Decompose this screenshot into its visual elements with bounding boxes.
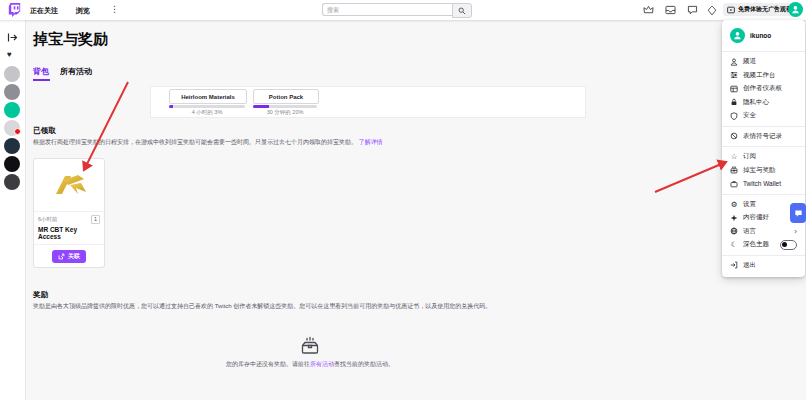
search-button[interactable] bbox=[452, 3, 472, 18]
sidebar-channel-avatar[interactable] bbox=[4, 84, 20, 100]
divider bbox=[722, 51, 805, 52]
twitch-logo-icon[interactable] bbox=[8, 3, 21, 17]
gold-game-logo-icon bbox=[48, 172, 90, 198]
menu-item-logout[interactable]: 退出 bbox=[722, 259, 805, 273]
sidebar-channel-avatar[interactable] bbox=[4, 138, 20, 154]
annotation-arrow-right bbox=[655, 162, 726, 192]
menu-item-channel[interactable]: 频道 bbox=[722, 55, 805, 69]
drop-progress-bar bbox=[169, 105, 245, 108]
search-input[interactable] bbox=[322, 3, 452, 16]
more-menu-icon[interactable]: ⋮ bbox=[110, 4, 119, 14]
user-avatar[interactable] bbox=[788, 2, 803, 17]
drop-progress-caption: 30 分钟的 20% bbox=[253, 109, 317, 116]
claimed-item-card[interactable]: 6小时前 1 MR CBT Key Access 关联 bbox=[33, 158, 105, 268]
item-title: MR CBT Key Access bbox=[34, 224, 104, 245]
drops-progress-panel: Heirloom Materials 4 小时的 3% Potion Pack … bbox=[150, 86, 586, 118]
all-campaigns-link[interactable]: 所有活动 bbox=[310, 361, 334, 367]
sidebar-channel-avatar[interactable] bbox=[4, 156, 20, 172]
turbo-trial-button[interactable]: 免费体验无广告观看 bbox=[723, 3, 796, 16]
menu-item-studio[interactable]: 视频工作台 bbox=[722, 69, 805, 83]
menu-item-label: 安全 bbox=[743, 111, 756, 120]
menu-item-label: 创作者仪表板 bbox=[743, 84, 782, 93]
menu-item-label: 设置 bbox=[743, 200, 756, 209]
dashboard-icon bbox=[730, 85, 738, 93]
menu-item-subscriptions[interactable]: ☆ 订阅 bbox=[722, 150, 805, 164]
bits-icon[interactable] bbox=[706, 4, 718, 16]
chat-widget-icon bbox=[794, 209, 803, 218]
top-navbar: 正在关注 浏览 ⋮ 免费体验无广告观看 bbox=[0, 0, 806, 20]
menu-username: ikunoo bbox=[750, 32, 771, 39]
menu-item-dark-theme[interactable]: ☾ 深色主题 bbox=[722, 238, 805, 252]
item-image bbox=[34, 159, 104, 212]
play-video-icon bbox=[727, 6, 735, 14]
live-indicator bbox=[14, 128, 21, 135]
menu-user-header[interactable]: ikunoo bbox=[722, 25, 805, 48]
nav-browse[interactable]: 浏览 bbox=[76, 6, 90, 16]
sidebar-channel-avatar[interactable] bbox=[4, 120, 20, 136]
sparkle-icon bbox=[730, 214, 738, 222]
menu-item-language[interactable]: 语言 › bbox=[722, 225, 805, 239]
drop-progress-fill bbox=[169, 105, 173, 108]
empty-state-text: 您的库存中还没有奖励。请前往所有活动查找当前的奖励活动。 bbox=[110, 360, 510, 369]
menu-item-label: 内容偏好 bbox=[743, 213, 769, 222]
connect-button[interactable]: 关联 bbox=[52, 250, 86, 263]
dark-theme-toggle[interactable] bbox=[780, 240, 797, 250]
inbox-icon[interactable] bbox=[664, 4, 676, 16]
sliders-icon bbox=[730, 71, 738, 79]
gear-icon: ⚙ bbox=[730, 200, 738, 209]
drop-campaign-chip[interactable]: Heirloom Materials bbox=[169, 89, 247, 104]
rewards-empty-state: 您的库存中还没有奖励。请前往所有活动查找当前的奖励活动。 bbox=[110, 336, 510, 369]
rewards-description: 奖励是由各大顶级品牌提供的限时优惠，您可以通过支持自己喜欢的 Twitch 创作… bbox=[33, 302, 513, 310]
annotation-arrow-left bbox=[84, 82, 128, 170]
claimed-description: 根据发行商处理掉宝奖励的日程安排，在游戏中收到掉宝奖励可能会需要一些时间。只显示… bbox=[33, 138, 473, 146]
external-link-icon bbox=[58, 253, 65, 260]
menu-item-emote-history[interactable]: 表情符号记录 bbox=[722, 130, 805, 144]
nav-following[interactable]: 正在关注 bbox=[30, 6, 58, 16]
empty-text-after: 查找当前的奖励活动。 bbox=[334, 361, 394, 367]
tab-inventory[interactable]: 背包 bbox=[33, 66, 49, 77]
person-icon bbox=[730, 58, 738, 66]
moon-icon: ☾ bbox=[730, 240, 738, 249]
menu-item-drops-rewards[interactable]: 掉宝与奖励 bbox=[722, 164, 805, 178]
menu-item-creator-dashboard[interactable]: 创作者仪表板 bbox=[722, 82, 805, 96]
divider bbox=[722, 126, 805, 127]
menu-item-privacy-center[interactable]: 隐私中心 bbox=[722, 96, 805, 110]
item-claimed-time: 6小时前 bbox=[38, 216, 58, 223]
connect-button-label: 关联 bbox=[68, 252, 80, 261]
item-count-badge: 1 bbox=[91, 215, 100, 224]
menu-item-label: 掉宝与奖励 bbox=[743, 166, 776, 175]
empty-text-before: 您的库存中还没有奖励。请前往 bbox=[226, 361, 310, 367]
star-icon: ☆ bbox=[730, 152, 738, 161]
sidebar-channel-avatar[interactable] bbox=[4, 66, 20, 82]
tab-all-campaigns[interactable]: 所有活动 bbox=[60, 66, 92, 77]
menu-item-label: 退出 bbox=[743, 261, 756, 270]
drop-campaign-chip[interactable]: Potion Pack bbox=[253, 89, 319, 104]
heart-icon: ♥ bbox=[7, 50, 18, 61]
expand-sidebar-icon[interactable] bbox=[7, 32, 18, 43]
menu-item-label: 订阅 bbox=[743, 152, 756, 161]
claimed-heading: 已领取 bbox=[33, 126, 56, 136]
search-bar bbox=[322, 3, 472, 16]
menu-item-label: 语言 bbox=[743, 227, 756, 236]
menu-avatar bbox=[730, 28, 745, 43]
menu-item-label: Twitch Wallet bbox=[743, 180, 781, 187]
lock-icon bbox=[730, 98, 738, 106]
menu-item-security[interactable]: 安全 bbox=[722, 109, 805, 123]
menu-item-label: 视频工作台 bbox=[743, 71, 776, 80]
drop-progress-fill bbox=[253, 105, 269, 108]
whispers-icon[interactable] bbox=[686, 4, 698, 16]
person-icon bbox=[733, 31, 742, 40]
sidebar-channel-avatar[interactable] bbox=[4, 102, 20, 118]
claimed-description-text: 根据发行商处理掉宝奖励的日程安排，在游戏中收到掉宝奖励可能会需要一些时间。只显示… bbox=[33, 139, 357, 145]
crown-icon[interactable] bbox=[642, 4, 654, 16]
block-icon bbox=[730, 132, 738, 140]
sidebar-channel-avatar[interactable] bbox=[4, 174, 20, 190]
learn-more-link[interactable]: 了解详情 bbox=[359, 139, 383, 145]
menu-item-wallet[interactable]: Twitch Wallet bbox=[722, 177, 805, 191]
divider bbox=[722, 255, 805, 256]
browser-edge-widget[interactable] bbox=[790, 203, 806, 223]
menu-item-label: 隐私中心 bbox=[743, 98, 769, 107]
drop-progress-bar bbox=[253, 105, 317, 108]
empty-chest-icon bbox=[298, 336, 322, 356]
logout-icon bbox=[730, 261, 738, 269]
